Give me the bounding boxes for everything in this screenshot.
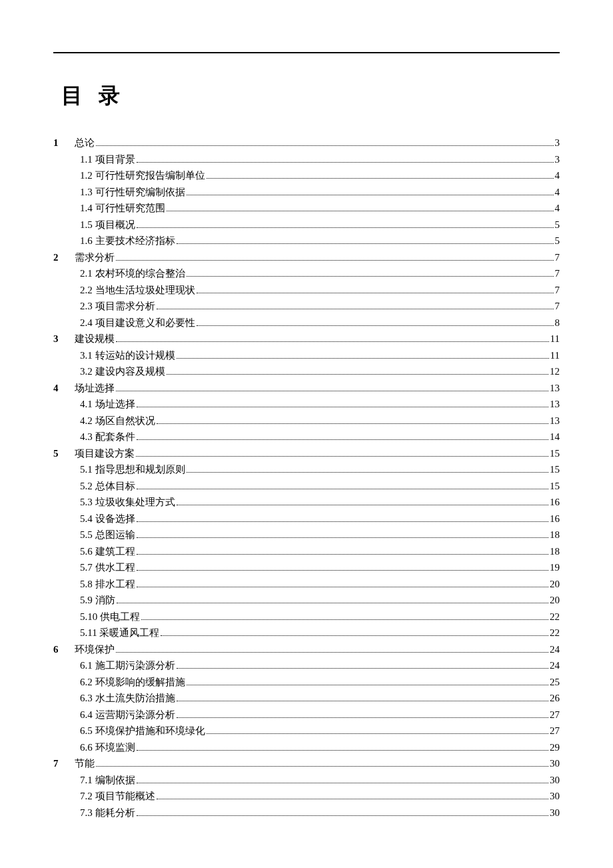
toc-section-row: 5.10 供电工程22: [53, 609, 560, 625]
page-title: 目录: [61, 81, 560, 111]
toc-entry-label: 2.4 项目建设意义和必要性: [80, 315, 195, 331]
top-horizontal-rule: [53, 52, 560, 53]
toc-section-row: 1.5 项目概况5: [53, 217, 560, 233]
toc-chapter-row: 7节能30: [53, 755, 560, 771]
toc-leader-dots: [116, 260, 554, 261]
toc-leader-dots: [157, 799, 549, 799]
toc-page-number: 4: [555, 200, 560, 216]
toc-section-row: 2.1 农村环境的综合整治7: [53, 265, 560, 281]
toc-leader-dots: [137, 554, 549, 555]
toc-entry-label: 5.3 垃圾收集处理方式: [80, 494, 175, 510]
toc-page-number: 8: [555, 315, 560, 331]
toc-page-number: 16: [550, 494, 560, 510]
toc-page-number: 27: [550, 723, 560, 739]
toc-chapter-number: 1: [53, 135, 75, 151]
toc-section-row: 5.9 消防20: [53, 592, 560, 608]
toc-section-row: 5.3 垃圾收集处理方式16: [53, 494, 560, 510]
toc-entry-label: 5.4 设备选择: [80, 511, 135, 527]
toc-chapter-number: 2: [53, 249, 75, 265]
toc-leader-dots: [137, 162, 554, 163]
toc-chapter-row: 4场址选择13: [53, 380, 560, 396]
toc-page-number: 15: [550, 478, 560, 494]
toc-section-row: 7.2 项目节能概述30: [53, 788, 560, 804]
toc-section-row: 7.3 能耗分析30: [53, 805, 560, 821]
toc-leader-dots: [167, 211, 554, 211]
toc-leader-dots: [177, 717, 549, 718]
toc-chapter-row: 1总论3: [53, 135, 560, 151]
toc-page-number: 30: [550, 788, 560, 804]
toc-section-row: 5.6 建筑工程18: [53, 543, 560, 559]
toc-page-number: 20: [550, 592, 560, 608]
toc-page-number: 4: [555, 167, 560, 183]
toc-page-number: 30: [550, 772, 560, 788]
toc-leader-dots: [137, 227, 554, 228]
toc-leader-dots: [177, 505, 549, 505]
toc-page-number: 25: [550, 674, 560, 690]
toc-section-row: 5.11 采暖通风工程22: [53, 625, 560, 641]
toc-section-row: 1.6 主要技术经济指标5: [53, 233, 560, 249]
toc-leader-dots: [207, 178, 554, 179]
toc-leader-dots: [137, 570, 549, 571]
toc-section-row: 1.1 项目背景3: [53, 151, 560, 167]
toc-section-row: 2.4 项目建设意义和必要性8: [53, 315, 560, 331]
toc-entry-label: 1.3 可行性研究编制依据: [80, 184, 185, 200]
toc-entry-label: 6.5 环境保护措施和环境绿化: [80, 723, 205, 739]
toc-leader-dots: [177, 668, 549, 669]
toc-leader-dots: [161, 635, 548, 636]
toc-entry-label: 4.1 场址选择: [80, 396, 135, 412]
toc-page-number: 3: [555, 151, 560, 167]
toc-entry-label: 7.2 项目节能概述: [80, 788, 155, 804]
toc-entry-label: 2.3 项目需求分析: [80, 298, 155, 314]
toc-page-number: 22: [550, 625, 560, 641]
toc-section-row: 4.1 场址选择13: [53, 396, 560, 412]
toc-entry-label: 7.1 编制依据: [80, 772, 135, 788]
toc-leader-dots: [137, 587, 549, 587]
toc-leader-dots: [187, 195, 554, 195]
toc-leader-dots: [207, 733, 549, 734]
toc-page-number: 20: [550, 576, 560, 592]
toc-section-row: 5.1 指导思想和规划原则15: [53, 461, 560, 477]
toc-section-row: 6.1 施工期污染源分析24: [53, 657, 560, 673]
toc-page-number: 24: [550, 641, 560, 657]
toc-leader-dots: [116, 391, 548, 391]
toc-entry-label: 环境保护: [75, 641, 115, 657]
toc-leader-dots: [137, 439, 549, 440]
toc-entry-label: 3.1 转运站的设计规模: [80, 347, 175, 363]
toc-leader-dots: [116, 652, 548, 653]
toc-section-row: 1.2 可行性研究报告编制单位4: [53, 167, 560, 183]
toc-leader-dots: [137, 750, 549, 751]
toc-leader-dots: [187, 276, 554, 277]
toc-entry-label: 6.6 环境监测: [80, 739, 135, 755]
toc-entry-label: 5.1 指导思想和规划原则: [80, 461, 185, 477]
toc-section-row: 6.6 环境监测29: [53, 739, 560, 755]
toc-page-number: 22: [550, 609, 560, 625]
toc-page-number: 27: [550, 707, 560, 723]
toc-entry-label: 2.1 农村环境的综合整治: [80, 265, 185, 281]
toc-entry-label: 4.3 配套条件: [80, 429, 135, 445]
toc-entry-label: 6.4 运营期污染源分析: [80, 707, 175, 723]
toc-page-number: 19: [550, 559, 560, 575]
toc-entry-label: 节能: [75, 755, 95, 771]
toc-leader-dots: [96, 766, 548, 767]
toc-chapter-number: 4: [53, 380, 75, 396]
toc-leader-dots: [157, 423, 549, 424]
toc-page-number: 16: [550, 511, 560, 527]
toc-entry-label: 1.1 项目背景: [80, 151, 135, 167]
toc-page-number: 11: [550, 347, 560, 363]
toc-chapter-row: 3建设规模11: [53, 331, 560, 347]
toc-entry-label: 5.6 建筑工程: [80, 543, 135, 559]
toc-entry-label: 6.1 施工期污染源分析: [80, 657, 175, 673]
toc-page-number: 5: [555, 233, 560, 249]
toc-leader-dots: [157, 309, 554, 309]
toc-entry-label: 2.2 当地生活垃圾处理现状: [80, 282, 195, 298]
toc-page-number: 7: [555, 298, 560, 314]
toc-entry-label: 3.2 建设内容及规模: [80, 363, 165, 379]
toc-page-number: 15: [550, 461, 560, 477]
toc-page-number: 13: [550, 380, 560, 396]
toc-leader-dots: [177, 243, 554, 244]
toc-section-row: 2.2 当地生活垃圾处理现状7: [53, 282, 560, 298]
toc-page-number: 3: [555, 135, 560, 151]
toc-section-row: 6.5 环境保护措施和环境绿化27: [53, 723, 560, 739]
toc-entry-label: 总论: [75, 135, 95, 151]
toc-entry-label: 5.8 排水工程: [80, 576, 135, 592]
